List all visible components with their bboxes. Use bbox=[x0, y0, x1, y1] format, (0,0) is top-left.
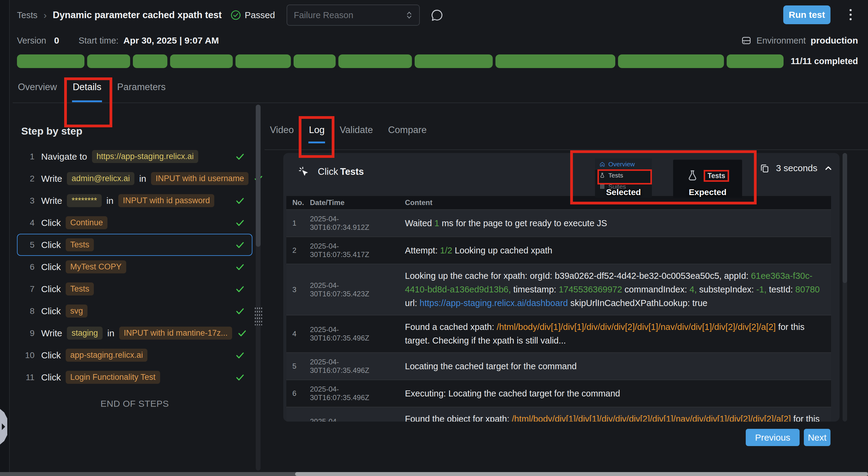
step-panel-heading: Step by step bbox=[21, 125, 252, 137]
log-no: 4 bbox=[286, 330, 306, 338]
progress-segment bbox=[17, 55, 85, 68]
step-row[interactable]: 7ClickTests bbox=[17, 278, 252, 300]
step-target-chip: Tests bbox=[66, 238, 94, 251]
tab-parameters[interactable]: Parameters bbox=[117, 76, 166, 102]
step-action-text: Write bbox=[41, 328, 62, 338]
step-action-text: Click bbox=[41, 284, 61, 294]
step-row[interactable]: 1Navigate tohttps://app-staging.relicx.a… bbox=[17, 145, 252, 168]
step-number: 7 bbox=[22, 284, 34, 294]
step-row[interactable]: 6ClickMyTest COPY bbox=[17, 256, 252, 278]
log-content: Attempt: 1/2 Looking up cached xpath bbox=[397, 244, 831, 257]
page-title: Dynamic parameter cached xpath test bbox=[53, 10, 221, 21]
log-time: 2025-04-30T16:07:35.423Z bbox=[306, 281, 397, 298]
tab-compare[interactable]: Compare bbox=[388, 122, 427, 143]
next-button[interactable]: Next bbox=[804, 429, 831, 446]
status-badge: Passed bbox=[230, 10, 275, 21]
step-panel-scrollbar[interactable] bbox=[256, 105, 260, 471]
log-row: 12025-04-30T16:07:34.912ZWaited 1 ms for… bbox=[286, 210, 831, 237]
log-tabs: Video Log Validate Compare bbox=[269, 122, 427, 143]
check-icon bbox=[235, 284, 245, 294]
log-card: Click Tests 3 seconds No. Date/Time Cont… bbox=[283, 153, 840, 421]
step-action-text: Write bbox=[41, 196, 62, 206]
chevron-up-icon[interactable] bbox=[824, 163, 833, 173]
check-icon bbox=[235, 151, 245, 162]
selected-label: Selected bbox=[595, 188, 652, 197]
progress-bar bbox=[17, 55, 783, 68]
log-panel-scrollbar[interactable] bbox=[843, 153, 847, 421]
step-number: 6 bbox=[22, 262, 34, 272]
tab-video[interactable]: Video bbox=[269, 122, 294, 143]
step-row[interactable]: 9WritestaginginINPUT with id mantine-17z… bbox=[17, 322, 252, 344]
step-row[interactable]: 2Writeadmin@relicx.aiinINPUT with id use… bbox=[17, 168, 252, 190]
log-content: Executing: Locating the cached target fo… bbox=[397, 387, 831, 400]
tab-validate[interactable]: Validate bbox=[339, 122, 373, 143]
step-action-text: in bbox=[139, 174, 146, 184]
tab-log[interactable]: Log bbox=[308, 122, 326, 143]
log-table: No. Date/Time Content 12025-04-30T16:07:… bbox=[286, 196, 831, 421]
step-number: 9 bbox=[22, 329, 34, 338]
meta-row: Version 0 Start time: Apr 30, 2025 | 9:0… bbox=[17, 32, 858, 49]
step-target-chip: MyTest COPY bbox=[66, 260, 126, 273]
step-number: 11 bbox=[22, 373, 34, 382]
step-number: 1 bbox=[22, 152, 34, 162]
log-time: 2025-04-30T16:07:34.912Z bbox=[306, 215, 397, 232]
step-row[interactable]: 8Clicksvg bbox=[17, 300, 252, 322]
step-row[interactable]: 4ClickContinue bbox=[17, 212, 252, 234]
log-action-target: Tests bbox=[340, 166, 364, 177]
step-number: 10 bbox=[22, 350, 34, 360]
duration-text: 3 seconds bbox=[776, 163, 817, 173]
step-row[interactable]: 11ClickLogin Functionality Test bbox=[17, 366, 252, 388]
step-target-chip: INPUT with id password bbox=[118, 194, 215, 207]
step-panel: Step by step 1Navigate tohttps://app-sta… bbox=[17, 121, 252, 409]
end-of-steps-label: END OF STEPS bbox=[17, 399, 252, 409]
run-test-button[interactable]: Run test bbox=[783, 5, 831, 24]
breadcrumb-chevron-icon: › bbox=[43, 10, 47, 21]
check-icon bbox=[237, 328, 247, 338]
log-time: 2025-04-30T16:07:35.496Z bbox=[306, 326, 397, 342]
copy-icon[interactable] bbox=[759, 163, 770, 174]
drive-icon bbox=[741, 35, 752, 46]
log-row: 62025-04-30T16:07:35.496ZExecuting: Loca… bbox=[286, 380, 831, 407]
thumbnail-nav-item: Overview bbox=[595, 159, 652, 170]
comment-bubble-icon[interactable] bbox=[430, 8, 444, 22]
log-table-header: No. Date/Time Content bbox=[286, 196, 831, 210]
log-content: Found a cached xpath: /html/body/div[1]/… bbox=[397, 320, 831, 347]
progress-segment bbox=[133, 55, 167, 68]
check-icon bbox=[235, 262, 245, 272]
step-action-text: in bbox=[107, 328, 115, 338]
duration-group: 3 seconds bbox=[759, 163, 833, 174]
progress-segment bbox=[415, 55, 493, 68]
failure-reason-select[interactable]: Failure Reason bbox=[287, 4, 420, 26]
tab-details[interactable]: Details bbox=[72, 76, 102, 102]
home-icon bbox=[599, 161, 605, 167]
log-link[interactable]: https://app-staging.relicx.ai/dashboard bbox=[420, 298, 568, 308]
expected-screenshot-thumbnail[interactable]: Tests Expected bbox=[673, 160, 742, 198]
selected-screenshot-thumbnail[interactable]: OverviewTestsSuites Selected bbox=[595, 159, 652, 198]
test-run-details-screen: Tests › Dynamic parameter cached xpath t… bbox=[0, 0, 868, 476]
step-row[interactable]: 5ClickTests bbox=[17, 234, 252, 256]
horizontal-scroll-thumb[interactable] bbox=[295, 472, 868, 476]
kebab-menu-icon[interactable] bbox=[848, 7, 854, 22]
step-panel-scroll-thumb[interactable] bbox=[256, 105, 260, 247]
version-value: 0 bbox=[54, 35, 59, 46]
breadcrumb[interactable]: Tests bbox=[17, 10, 37, 20]
col-no: No. bbox=[286, 198, 306, 207]
version-label: Version bbox=[17, 36, 46, 46]
step-target-chip: app-staging.relicx.ai bbox=[66, 349, 147, 362]
drag-handle-icon[interactable] bbox=[254, 307, 262, 326]
page-tabs: Overview Details Parameters bbox=[17, 76, 166, 102]
col-content: Content bbox=[397, 198, 831, 207]
horizontal-scrollbar[interactable] bbox=[0, 472, 868, 476]
progress-segment bbox=[87, 55, 130, 68]
check-icon bbox=[235, 350, 245, 361]
previous-button[interactable]: Previous bbox=[746, 429, 800, 446]
log-panel-scroll-thumb[interactable] bbox=[843, 153, 847, 283]
step-row[interactable]: 10Clickapp-staging.relicx.ai bbox=[17, 344, 252, 366]
check-icon bbox=[235, 196, 245, 206]
log-content: Found the object for xpath: /html/body/d… bbox=[397, 412, 831, 421]
log-row: 32025-04-30T16:07:35.423ZLooking up the … bbox=[286, 264, 831, 315]
tab-overview[interactable]: Overview bbox=[17, 76, 58, 102]
step-value-chip: admin@relicx.ai bbox=[67, 172, 134, 185]
step-row[interactable]: 3Write********inINPUT with id password bbox=[17, 190, 252, 212]
step-action-text: Click bbox=[41, 218, 61, 228]
